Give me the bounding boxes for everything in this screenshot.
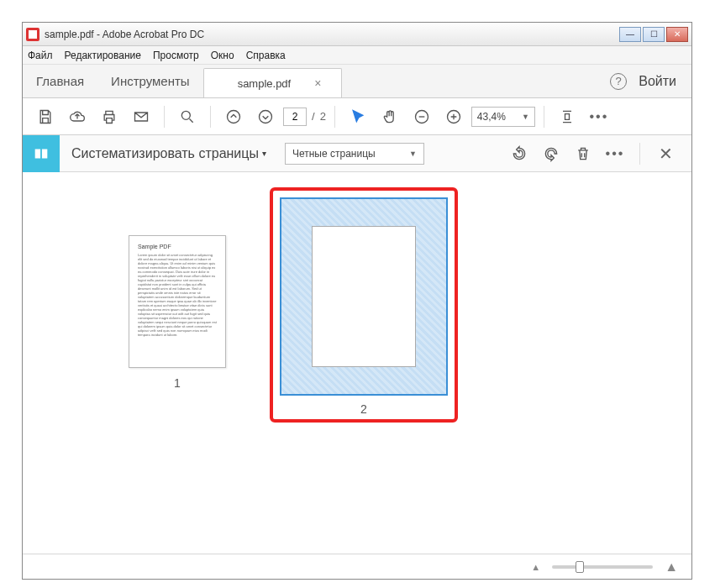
page-number-box: / 2 [283,108,326,126]
status-bar: ▲ ▲ [23,554,691,579]
tab-tools[interactable]: Инструменты [97,65,203,97]
slider-knob[interactable] [576,561,584,573]
page-filter-value: Четные страницы [292,148,376,160]
zoom-in-icon[interactable] [439,102,468,131]
window-maximize-button[interactable]: ☐ [643,27,665,42]
menu-view[interactable]: Просмотр [153,50,199,61]
svg-point-0 [181,111,190,119]
close-panel-icon[interactable]: ✕ [652,144,680,164]
menu-bar: Файл Редактирование Просмотр Окно Справк… [23,46,691,65]
print-icon[interactable] [95,102,124,131]
more-tools-icon[interactable]: ••• [585,102,613,131]
app-icon [26,28,39,41]
zoom-value: 43,4% [477,111,506,123]
help-icon[interactable]: ? [610,73,627,90]
menu-file[interactable]: Файл [28,50,53,61]
signin-button[interactable]: Войти [639,74,676,89]
menu-help[interactable]: Справка [246,50,286,61]
page-label-2: 2 [280,396,448,416]
page-up-icon[interactable] [219,102,248,131]
organize-pages-bar: Систематизировать страницы ▾ Четные стра… [23,135,691,172]
fit-width-icon[interactable] [553,102,581,131]
svg-point-2 [260,110,272,123]
window-title: sample.pdf - Adobe Acrobat Pro DC [45,29,204,40]
thumbnail-area: Sample PDF Lorem ipsum dolor sit amet co… [23,172,691,554]
thumb-size-large-icon[interactable]: ▲ [665,559,678,575]
toolbar-separator [334,106,335,128]
toolbar-separator [164,106,165,128]
zoom-dropdown[interactable]: 43,4% ▼ [471,107,535,127]
toolbar-separator [639,143,640,165]
thumb-size-small-icon[interactable]: ▲ [531,562,540,572]
page-total: 2 [320,110,326,123]
organize-pages-title[interactable]: Систематизировать страницы ▾ [60,146,278,161]
tab-document[interactable]: sample.pdf × [203,68,343,97]
tab-row: Главная Инструменты sample.pdf × ? Войти [23,65,691,98]
toolbar-separator [544,106,544,128]
thumb1-heading: Sample PDF [138,244,217,249]
tab-document-label: sample.pdf [238,77,292,90]
caret-down-icon: ▾ [262,149,266,158]
page-label-1: 1 [129,368,226,390]
chevron-down-icon: ▼ [409,150,417,158]
organize-pages-icon [23,135,60,172]
tab-home[interactable]: Главная [23,65,97,97]
hand-tool-icon[interactable] [376,102,404,131]
tab-close-icon[interactable]: × [314,76,321,90]
page-down-icon[interactable] [251,102,280,131]
main-toolbar: / 2 43,4% ▼ ••• [23,98,691,135]
page-separator: / [312,110,315,123]
email-icon[interactable] [127,102,155,131]
page-filter-dropdown[interactable]: Четные страницы ▼ [285,143,424,165]
zoom-out-icon[interactable] [407,102,436,131]
toolbar-separator [210,106,211,128]
chevron-down-icon: ▼ [522,113,529,121]
save-icon[interactable] [31,102,60,131]
window-close-button[interactable]: ✕ [666,27,688,42]
more-options-icon[interactable]: ••• [602,141,628,166]
page-thumbnail-2[interactable] [280,197,448,396]
page-current-input[interactable] [283,108,307,126]
delete-icon[interactable] [570,141,596,166]
window-minimize-button[interactable]: — [619,27,641,42]
page-thumbnail-2-highlight: 2 [270,187,458,423]
select-tool-icon[interactable] [344,102,372,131]
page-thumbnail-1[interactable]: Sample PDF Lorem ipsum dolor sit amet co… [129,235,226,368]
window-titlebar: sample.pdf - Adobe Acrobat Pro DC — ☐ ✕ [23,23,691,46]
svg-point-1 [228,110,240,123]
menu-edit[interactable]: Редактирование [65,50,141,61]
rotate-ccw-icon[interactable] [507,141,532,166]
thumbnail-size-slider[interactable] [552,565,653,569]
menu-window[interactable]: Окно [211,50,234,61]
cloud-upload-icon[interactable] [63,102,92,131]
rotate-cw-icon[interactable] [539,141,564,166]
search-icon[interactable] [173,102,202,131]
